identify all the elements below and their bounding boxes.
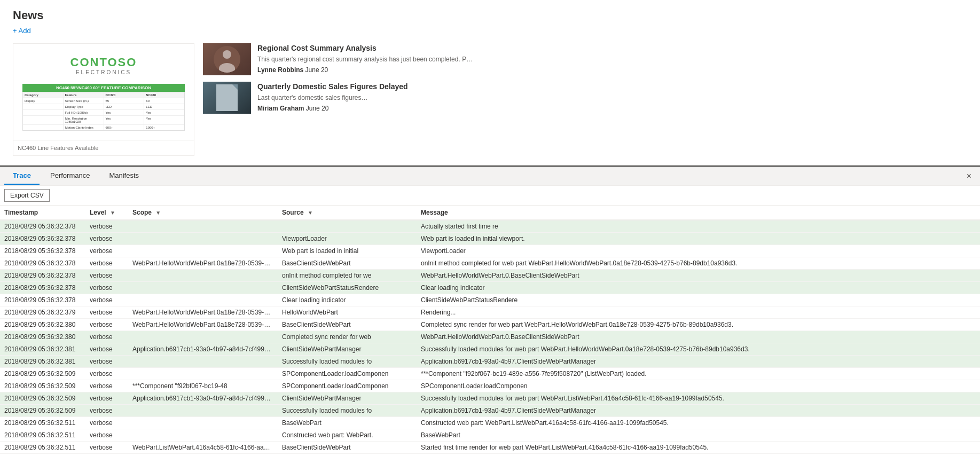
table-row: 2018/08/29 05:36:32.509verboseSuccessful… [0, 405, 980, 417]
cell-message: Constructed web part: WebPart.ListWebPar… [417, 417, 980, 429]
table-row: 2018/08/29 05:36:32.378verboseClientSide… [0, 282, 980, 294]
table-row: 2018/08/29 05:36:32.509verbose***Compone… [0, 380, 980, 392]
cell-source: Completed sync render for web [278, 331, 417, 343]
table-row: 2018/08/29 05:36:32.509verboseSPComponen… [0, 368, 980, 380]
brand-name: CONTOSO [70, 56, 137, 69]
article-info-2: Quarterly Domestic Sales Figures Delayed… [257, 82, 967, 112]
cell-level: verbose [85, 343, 128, 356]
cell-source: Successfully loaded modules fo [278, 405, 417, 417]
table-row: 2018/08/29 05:36:32.381verboseApplicatio… [0, 343, 980, 356]
scope-filter-icon[interactable]: ▼ [155, 210, 161, 216]
cell-scope [128, 294, 278, 306]
cell-level: verbose [85, 270, 128, 282]
cell-source: BaseWebPart [278, 417, 417, 429]
close-button[interactable]: × [962, 169, 976, 183]
cell-scope [128, 233, 278, 245]
cell-scope [128, 429, 278, 442]
cell-level: verbose [85, 257, 128, 270]
cell-timestamp: 2018/08/29 05:36:32.511 [0, 442, 85, 454]
table-row: 2018/08/29 05:36:32.378verboseActually s… [0, 220, 980, 233]
col-header-source: Source ▼ [278, 206, 417, 220]
cell-message: Successfully loaded modules for web part… [417, 343, 980, 356]
cell-scope: Application.b6917cb1-93a0-4b97-a84d-7cf4… [128, 392, 278, 405]
cell-source: Successfully loaded modules fo [278, 356, 417, 368]
news-featured-card[interactable]: CONTOSO ELECTRONICS NC460 55"/NC460 60" … [13, 43, 194, 156]
cell-timestamp: 2018/08/29 05:36:32.509 [0, 392, 85, 405]
table-row: 2018/08/29 05:36:32.509verboseApplicatio… [0, 392, 980, 405]
article-info-1: Regional Cost Summary Analysis This quar… [257, 43, 967, 74]
table-row: 2018/08/29 05:36:32.381verboseSuccessful… [0, 356, 980, 368]
table-row: 2018/08/29 05:36:32.379verboseWebPart.He… [0, 306, 980, 319]
cell-message: WebPart.HelloWorldWebPart.0.BaseClientSi… [417, 331, 980, 343]
cell-timestamp: 2018/08/29 05:36:32.378 [0, 270, 85, 282]
cell-scope [128, 245, 278, 257]
cell-source: ViewportLoader [278, 233, 417, 245]
list-item[interactable]: Quarterly Domestic Sales Figures Delayed… [203, 82, 967, 114]
cell-message: ***Component "f92bf067-bc19-489e-a556-7f… [417, 368, 980, 380]
cell-level: verbose [85, 368, 128, 380]
table-row: 2018/08/29 05:36:32.511verboseBaseWebPar… [0, 417, 980, 429]
list-item[interactable]: Regional Cost Summary Analysis This quar… [203, 43, 967, 75]
cell-timestamp: 2018/08/29 05:36:32.378 [0, 245, 85, 257]
article-author-1: Lynne Robbins [257, 66, 303, 74]
table-row: 2018/08/29 05:36:32.511verboseWebPart.Li… [0, 442, 980, 454]
cell-source: ClientSideWebPartManager [278, 392, 417, 405]
level-filter-icon[interactable]: ▼ [110, 210, 115, 216]
table-row: 2018/08/29 05:36:32.378verboseonInit met… [0, 270, 980, 282]
add-news-button[interactable]: + Add [13, 27, 31, 35]
cell-scope: WebPart.HelloWorldWebPart.0a18e728-0539-… [128, 306, 278, 319]
debug-tabs: Trace Performance Manifests × [0, 167, 980, 186]
cell-message: Started first time render for web part W… [417, 442, 980, 454]
table-row: 2018/08/29 05:36:32.380verboseCompleted … [0, 331, 980, 343]
cell-message: Clear loading indicator [417, 282, 980, 294]
cell-source [278, 220, 417, 233]
comparison-title: NC460 55"/NC460 60" FEATURE COMPARISON [22, 84, 185, 92]
tab-trace[interactable]: Trace [4, 167, 40, 185]
cell-scope [128, 282, 278, 294]
table-row: 2018/08/29 05:36:32.378verboseClear load… [0, 294, 980, 306]
cell-source: ClientSideWebPartManager [278, 343, 417, 356]
cell-source: HelloWorldWebPart [278, 306, 417, 319]
cell-message: Successfully loaded modules for web part… [417, 392, 980, 405]
article-title-1: Regional Cost Summary Analysis [257, 43, 967, 53]
cell-timestamp: 2018/08/29 05:36:32.380 [0, 331, 85, 343]
cell-level: verbose [85, 356, 128, 368]
trace-table: Timestamp Level ▼ Scope ▼ Source ▼ [0, 206, 980, 454]
cell-scope: Application.b6917cb1-93a0-4b97-a84d-7cf4… [128, 343, 278, 356]
cell-timestamp: 2018/08/29 05:36:32.379 [0, 306, 85, 319]
export-csv-button[interactable]: Export CSV [4, 189, 50, 202]
cell-source: Web part is loaded in initial [278, 245, 417, 257]
article-meta-1: Lynne Robbins June 20 [257, 66, 967, 74]
article-meta-2: Miriam Graham June 20 [257, 105, 967, 112]
table-row: 2018/08/29 05:36:32.378verboseWebPart.He… [0, 257, 980, 270]
cell-level: verbose [85, 220, 128, 233]
cell-level: verbose [85, 233, 128, 245]
cell-level: verbose [85, 442, 128, 454]
cell-source: onInit method completed for we [278, 270, 417, 282]
cell-timestamp: 2018/08/29 05:36:32.378 [0, 233, 85, 245]
source-filter-icon[interactable]: ▼ [308, 210, 313, 216]
article-excerpt-2: Last quarter's domestic sales figures… [257, 93, 967, 103]
cell-scope: WebPart.HelloWorldWebPart.0a18e728-0539-… [128, 319, 278, 331]
cell-timestamp: 2018/08/29 05:36:32.378 [0, 282, 85, 294]
cell-timestamp: 2018/08/29 05:36:32.509 [0, 368, 85, 380]
tab-manifests[interactable]: Manifests [100, 167, 147, 185]
cell-timestamp: 2018/08/29 05:36:32.509 [0, 380, 85, 392]
cell-message: Application.b6917cb1-93a0-4b97.ClientSid… [417, 405, 980, 417]
news-title: News [13, 9, 967, 22]
cell-scope [128, 417, 278, 429]
cell-source: BaseClientSideWebPart [278, 442, 417, 454]
cell-message: Web part is loaded in initial viewport. [417, 233, 980, 245]
col-header-level: Level ▼ [85, 206, 128, 220]
cell-message: onInit method completed for web part Web… [417, 257, 980, 270]
cell-source: SPComponentLoader.loadComponen [278, 380, 417, 392]
cell-level: verbose [85, 306, 128, 319]
tab-performance[interactable]: Performance [42, 167, 98, 185]
cell-scope [128, 331, 278, 343]
cell-scope [128, 405, 278, 417]
trace-content[interactable]: Timestamp Level ▼ Scope ▼ Source ▼ [0, 206, 980, 472]
cell-timestamp: 2018/08/29 05:36:32.511 [0, 417, 85, 429]
cell-level: verbose [85, 245, 128, 257]
cell-timestamp: 2018/08/29 05:36:32.509 [0, 405, 85, 417]
featured-image: CONTOSO ELECTRONICS NC460 55"/NC460 60" … [13, 44, 194, 140]
